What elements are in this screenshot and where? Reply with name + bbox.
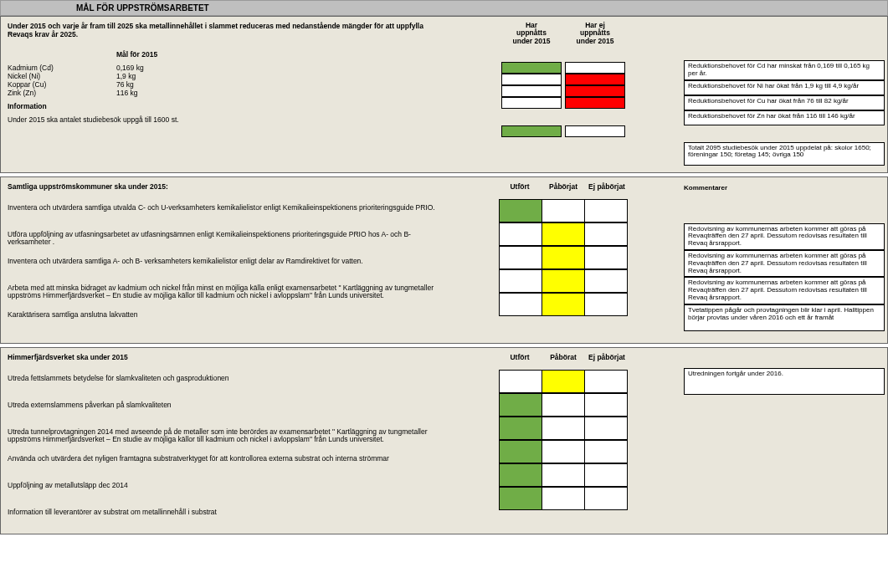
task-text: Uppföljning av metallutsläpp dec 2014 [8, 480, 443, 507]
status-row [446, 62, 680, 74]
metal-row: Nickel (Ni)1,9 kg [8, 72, 443, 80]
status-cell [499, 463, 542, 487]
task-text: Utreda tunnelprovtagningen 2014 med avse… [8, 427, 443, 453]
comment-box: Utredningen fortgår under 2016. [684, 368, 885, 395]
task-text: Information till leverantörer av substra… [8, 507, 443, 534]
section-upstream: Samtliga uppströmskommuner ska under 201… [0, 176, 888, 344]
status-cell [499, 199, 542, 222]
status-row [446, 97, 680, 109]
status-cell [542, 440, 585, 463]
info-status-row [446, 125, 680, 137]
status-cell [542, 463, 585, 487]
comment-spacer [684, 395, 885, 420]
comment-box: Reduktionsbehovet för Ni har ökat från 1… [684, 80, 885, 95]
task-text: Arbeta med att minska bidraget av kadmiu… [8, 283, 443, 309]
status-header: UtförtPåböratEj påbörjat [446, 353, 680, 361]
task-text: Utföra uppföljning av utfasningsarbetet … [8, 229, 443, 256]
status-cell [584, 417, 628, 440]
status-cell [499, 440, 542, 463]
status-cell [584, 269, 628, 293]
status-row [446, 74, 680, 85]
status-cell [565, 62, 625, 74]
section-heading: Himmerfjärdsverket ska under 2015 [8, 353, 443, 361]
section-goals: Under 2015 och varje år fram till 2025 s… [0, 16, 888, 173]
status-header: Haruppnåttsunder 2015 Har ejuppnåttsunde… [446, 22, 680, 45]
info-label: Information [8, 102, 443, 110]
status-cell [542, 417, 585, 440]
status-row [446, 246, 680, 269]
comment-spacer [684, 470, 885, 495]
comment-box: Redovisning av kommunernas arbeten komme… [684, 250, 885, 277]
status-cell [542, 222, 585, 246]
task-text: Inventera och utvärdera samtliga A- och … [8, 256, 443, 283]
status-cell [499, 393, 542, 417]
status-row [446, 487, 680, 510]
comment-box: Reduktionsbehovet för Cu har ökat från 7… [684, 95, 885, 110]
status-row [446, 85, 680, 97]
status-cell [584, 463, 628, 487]
status-cell [584, 222, 628, 246]
comment-spacer [684, 445, 885, 470]
status-cell [584, 199, 628, 222]
status-cell [584, 370, 628, 393]
status-cell [499, 293, 542, 316]
page-title: MÅL FÖR UPPSTRÖMSARBETET [0, 0, 888, 16]
status-cell [542, 487, 585, 510]
task-text: Utreda externslammens påverkan på slamkv… [8, 400, 443, 427]
status-row [446, 440, 680, 463]
comment-spacer [684, 420, 885, 445]
status-cell [499, 222, 542, 246]
status-cell [499, 246, 542, 269]
status-row [446, 293, 680, 316]
comment-box: Tvetatippen pågår och provtagningen blir… [684, 304, 885, 331]
status-cell [542, 370, 585, 393]
task-text: Utreda fettslammets betydelse för slamkv… [8, 373, 443, 400]
status-cell [501, 85, 562, 97]
status-cell [565, 85, 625, 97]
comment-box: Redovisning av kommunernas arbeten komme… [684, 223, 885, 250]
metal-row: Kadmium (Cd)0,169 kg [8, 64, 443, 72]
status-row [446, 463, 680, 487]
status-cell [501, 74, 562, 85]
status-cell [501, 125, 562, 137]
status-row [446, 222, 680, 246]
status-cell [584, 440, 628, 463]
task-text: Karaktärisera samtliga anslutna lakvatte… [8, 309, 443, 336]
comments-header: Kommentarer [684, 182, 885, 193]
info-text: Under 2015 ska antalet studiebesök uppgå… [8, 115, 443, 124]
intro-text: Under 2015 och varje år fram till 2025 s… [8, 22, 443, 38]
status-cell [542, 199, 585, 222]
status-cell [542, 246, 585, 269]
section-heading: Samtliga uppströmskommuner ska under 201… [8, 182, 443, 191]
status-cell [499, 370, 542, 393]
status-cell [501, 62, 562, 74]
status-cell [499, 487, 542, 510]
status-cell [499, 417, 542, 440]
task-text: Använda och utvärdera det nyligen framta… [8, 453, 443, 480]
status-row [446, 393, 680, 417]
status-cell [501, 97, 562, 109]
comment-box: Reduktionsbehovet för Zn har ökat från 1… [684, 110, 885, 125]
status-row [446, 417, 680, 440]
status-header: UtförtPåbörjatEj påbörjat [446, 182, 680, 191]
status-row [446, 199, 680, 222]
status-cell [565, 125, 625, 137]
comment-box: Reduktionsbehovet för Cd har minskat frå… [684, 60, 885, 80]
comment-spacer [684, 198, 885, 223]
status-cell [584, 246, 628, 269]
task-text: Inventera och utvärdera samtliga utvalda… [8, 202, 443, 229]
status-row [446, 269, 680, 293]
goals-header: Mål för 2015 [116, 50, 217, 59]
status-cell [584, 293, 628, 316]
metal-row: Zink (Zn)116 kg [8, 89, 443, 97]
status-cell [584, 487, 628, 510]
comment-box: Totalt 2095 studiebesök under 2015 uppde… [684, 142, 885, 166]
status-cell [565, 97, 625, 109]
metal-row: Koppar (Cu)76 kg [8, 80, 443, 89]
status-cell [542, 293, 585, 316]
comment-box: Redovisning av kommunernas arbeten komme… [684, 277, 885, 304]
status-cell [584, 393, 628, 417]
status-cell [542, 269, 585, 293]
status-cell [499, 269, 542, 293]
section-himmer: Himmerfjärdsverket ska under 2015 Utreda… [0, 347, 888, 534]
